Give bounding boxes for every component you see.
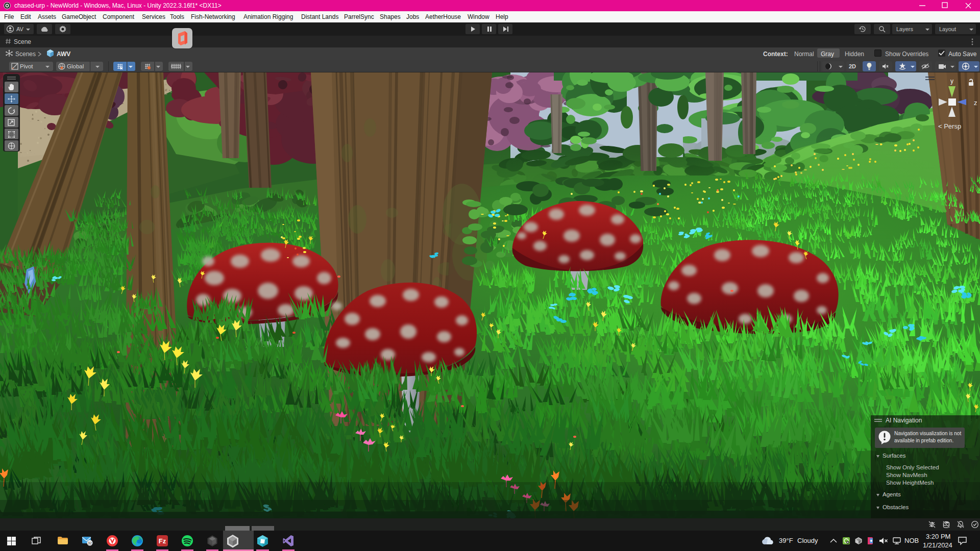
svg-text:32: 32: [88, 541, 92, 545]
svg-text:y: y: [950, 78, 953, 85]
svg-text:z: z: [974, 99, 977, 107]
svg-text:Fz: Fz: [159, 537, 166, 545]
